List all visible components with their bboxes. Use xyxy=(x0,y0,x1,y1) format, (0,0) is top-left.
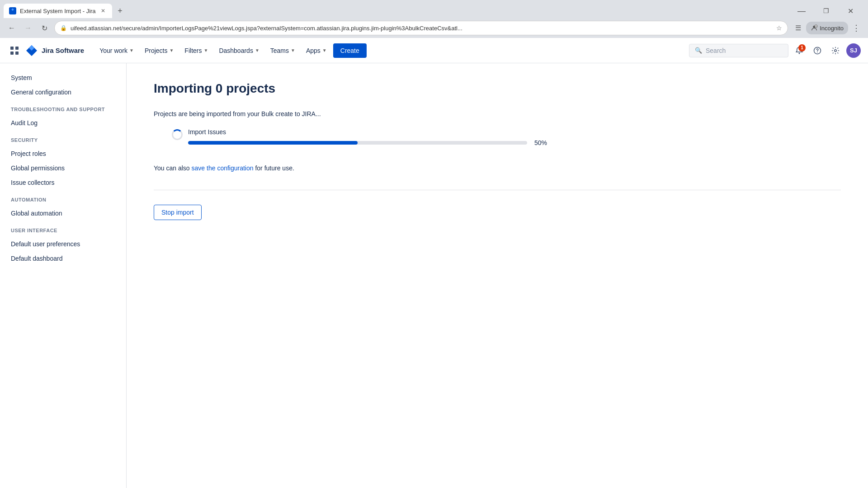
progress-row: 50% xyxy=(188,139,841,146)
sidebar-item-default-user-prefs[interactable]: Default user preferences xyxy=(0,237,126,251)
sidebar: System General configuration TROUBLESHOO… xyxy=(0,63,127,488)
close-button[interactable]: ✕ xyxy=(840,4,861,18)
stop-import-button[interactable]: Stop import xyxy=(154,205,202,220)
new-tab-button[interactable]: + xyxy=(114,5,127,17)
task-label: Import Issues xyxy=(188,128,841,136)
grid-icon[interactable] xyxy=(7,43,22,58)
nav-apps[interactable]: Apps ▼ xyxy=(302,43,331,58)
nav-dashboards[interactable]: Dashboards ▼ xyxy=(214,43,264,58)
incognito-button[interactable]: Incognito xyxy=(806,22,848,34)
sidebar-section-user-interface: USER INTERFACE xyxy=(0,221,126,237)
tab-title: External System Import - Jira xyxy=(20,8,96,14)
sidebar-section-troubleshooting: TROUBLESHOOTING AND SUPPORT xyxy=(0,99,126,116)
import-task-row: Import Issues 50% xyxy=(154,128,841,146)
tab-close-button[interactable]: ✕ xyxy=(99,7,107,14)
search-placeholder: Search xyxy=(706,47,726,54)
forward-button[interactable]: → xyxy=(22,22,34,34)
refresh-button[interactable]: ↻ xyxy=(38,22,51,34)
browser-actions: ☰ Incognito ⋮ xyxy=(792,22,863,34)
nav-filters[interactable]: Filters ▼ xyxy=(180,43,212,58)
svg-rect-5 xyxy=(15,52,19,55)
address-bar: ← → ↻ 🔒 uifeed.atlassian.net/secure/admi… xyxy=(0,18,868,38)
user-avatar[interactable]: SJ xyxy=(846,43,861,58)
menu-button[interactable]: ⋮ xyxy=(850,22,863,34)
divider-line xyxy=(154,190,841,190)
main-layout: System General configuration TROUBLESHOO… xyxy=(0,63,868,488)
import-description: Projects are being imported from your Bu… xyxy=(154,110,841,117)
header-right: 🔍 Search 1 SJ xyxy=(689,43,861,58)
tab-bar: External System Import - Jira ✕ + — ❐ ✕ xyxy=(0,0,868,18)
chevron-down-icon: ▼ xyxy=(322,48,327,53)
svg-rect-4 xyxy=(10,52,14,55)
svg-rect-2 xyxy=(10,47,14,50)
progress-bar-fill xyxy=(188,141,358,145)
progress-bar-container xyxy=(188,141,527,145)
svg-point-6 xyxy=(799,52,800,54)
jira-header: Jira Software Your work ▼ Projects ▼ Fil… xyxy=(0,38,868,63)
svg-point-9 xyxy=(835,49,837,52)
chevron-down-icon: ▼ xyxy=(203,48,208,53)
search-box[interactable]: 🔍 Search xyxy=(689,44,788,57)
sidebar-item-global-permissions[interactable]: Global permissions xyxy=(0,161,126,175)
create-button[interactable]: Create xyxy=(333,43,367,58)
page-title: Importing 0 projects xyxy=(154,81,841,96)
svg-rect-3 xyxy=(15,47,19,50)
task-info: Import Issues 50% xyxy=(188,128,841,146)
save-config-link[interactable]: save the configuration xyxy=(192,164,254,172)
sidebar-item-system[interactable]: System xyxy=(0,70,126,85)
jira-logo[interactable]: Jira Software xyxy=(25,44,84,57)
sidebar-item-global-automation[interactable]: Global automation xyxy=(0,206,126,221)
notifications-button[interactable]: 1 xyxy=(792,43,807,58)
sidebar-item-audit-log[interactable]: Audit Log xyxy=(0,116,126,130)
window-controls: — ❐ ✕ xyxy=(791,4,864,18)
jira-nav: Your work ▼ Projects ▼ Filters ▼ Dashboa… xyxy=(95,43,682,58)
nav-teams[interactable]: Teams ▼ xyxy=(266,43,300,58)
minimize-button[interactable]: — xyxy=(791,4,812,18)
active-tab[interactable]: External System Import - Jira ✕ xyxy=(4,4,112,18)
tab-favicon xyxy=(9,7,16,14)
save-config-text: You can also save the configuration for … xyxy=(154,164,841,172)
task-spinner xyxy=(172,129,183,140)
help-button[interactable] xyxy=(810,43,825,58)
nav-your-work[interactable]: Your work ▼ xyxy=(95,43,138,58)
settings-button[interactable] xyxy=(828,43,843,58)
nav-projects[interactable]: Projects ▼ xyxy=(140,43,178,58)
notification-badge: 1 xyxy=(798,44,806,52)
chevron-down-icon: ▼ xyxy=(291,48,295,53)
sidebar-section-security: SECURITY xyxy=(0,130,126,146)
chevron-down-icon: ▼ xyxy=(255,48,259,53)
sidebar-item-general-config[interactable]: General configuration xyxy=(0,85,126,99)
svg-point-8 xyxy=(817,52,818,53)
extensions-button[interactable]: ☰ xyxy=(792,22,804,34)
chevron-down-icon: ▼ xyxy=(169,48,174,53)
back-button[interactable]: ← xyxy=(5,22,18,34)
main-content: Importing 0 projects Projects are being … xyxy=(127,63,868,488)
chevron-down-icon: ▼ xyxy=(129,48,134,53)
sidebar-item-default-dashboard[interactable]: Default dashboard xyxy=(0,251,126,266)
sidebar-item-issue-collectors[interactable]: Issue collectors xyxy=(0,175,126,190)
incognito-label: Incognito xyxy=(820,25,844,32)
url-text: uifeed.atlassian.net/secure/admin/Import… xyxy=(71,25,773,32)
url-bar[interactable]: 🔒 uifeed.atlassian.net/secure/admin/Impo… xyxy=(54,21,788,35)
sidebar-section-automation: AUTOMATION xyxy=(0,190,126,206)
lock-icon: 🔒 xyxy=(60,25,67,31)
progress-percent: 50% xyxy=(534,139,547,146)
maximize-button[interactable]: ❐ xyxy=(816,4,836,18)
sidebar-item-project-roles[interactable]: Project roles xyxy=(0,146,126,161)
search-icon: 🔍 xyxy=(695,47,702,54)
bookmark-icon[interactable]: ☆ xyxy=(776,24,782,32)
jira-logo-text: Jira Software xyxy=(42,47,84,54)
